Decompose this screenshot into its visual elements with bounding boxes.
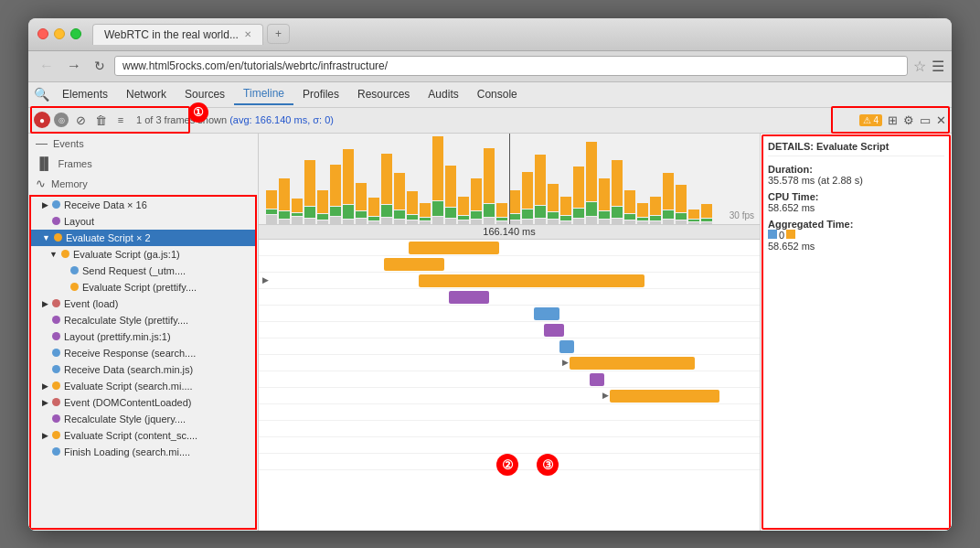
tree-item-receive-response[interactable]: ▶ Receive Response (search.... [31, 345, 255, 361]
devtools-tab-resources[interactable]: Resources [348, 84, 419, 104]
bar-gray [688, 222, 699, 224]
tree-item-layout-prettify[interactable]: ▶ Layout (prettify.min.js:1) [31, 328, 255, 345]
tree-item-recalculate[interactable]: ▶ Recalculate Style (prettify.... [31, 312, 255, 328]
chart-bar-group [612, 160, 623, 224]
tree-item-evaluate-script[interactable]: ▼ Evaluate Script × 2 [31, 230, 255, 246]
tree-item-receive-data[interactable]: ▶ Receive Data × 16 [31, 197, 255, 213]
gear-button[interactable]: ⚙ [903, 113, 914, 127]
bar-gray [496, 221, 507, 224]
bar-yellow [343, 149, 354, 204]
record-button[interactable]: ● [34, 112, 50, 128]
clear-button[interactable]: 🗑 [92, 112, 109, 128]
filter-stack-button[interactable]: ⊞ [888, 113, 898, 127]
devtools-tab-elements[interactable]: Elements [53, 84, 117, 104]
devtools-tab-profiles[interactable]: Profiles [293, 84, 348, 104]
track-row-6 [259, 322, 760, 338]
tree-item-receive-data-search[interactable]: ▶ Receive Data (search.min.js) [31, 361, 255, 378]
devtools-tab-timeline[interactable]: Timeline [234, 83, 293, 105]
refresh-button[interactable]: ↻ [91, 57, 109, 75]
url-input[interactable] [114, 56, 908, 76]
bar-gray [292, 217, 303, 224]
sidebar-item-memory[interactable]: ∿ Memory [28, 174, 258, 194]
avg-link[interactable]: (avg: 166.140 ms, σ: 0) [229, 114, 334, 125]
track-bar [409, 242, 499, 254]
bar-green [688, 220, 699, 221]
bar-green [573, 209, 584, 218]
color-indicator [52, 381, 60, 390]
close-button[interactable] [37, 28, 48, 39]
sidebar-item-events[interactable]: — Events [28, 134, 258, 154]
track-row-11 [259, 404, 760, 421]
expand-icon: ▼ [49, 250, 58, 259]
expand-icon: ▶ [42, 200, 48, 210]
agg-time-value: 58.652 ms [768, 241, 944, 252]
bar-green [599, 211, 610, 219]
bar-gray [304, 219, 315, 224]
agg-squares: 0 [768, 230, 795, 241]
forward-button[interactable]: → [63, 56, 85, 76]
tree-container: ▶ Receive Data × 16 ▶ Layout ▼ Evaluate … [29, 195, 257, 530]
track-row-13 [259, 437, 760, 454]
minimize-button[interactable] [54, 28, 65, 39]
bar-gray [381, 218, 392, 224]
track-bar [590, 373, 604, 386]
color-indicator [70, 283, 79, 291]
timeline-tracks: ▶ [259, 240, 760, 531]
item-label: Layout [64, 216, 94, 227]
tree-item-send-request[interactable]: ▶ Send Request (_utm.... [31, 263, 255, 279]
color-indicator [52, 299, 60, 307]
bookmark-icon[interactable]: ☆ [913, 58, 926, 75]
tree-item-layout[interactable]: ▶ Layout [31, 213, 255, 230]
devtools-tab-audits[interactable]: Audits [419, 84, 467, 104]
chart-bar-group [548, 184, 559, 224]
devtools-close-button[interactable]: ✕ [936, 113, 946, 127]
browser-tab[interactable]: WebRTC in the real world... ✕ [92, 24, 263, 45]
bar-green [368, 217, 379, 220]
item-label: Evaluate Script (ga.js:1) [73, 249, 180, 260]
bar-green [586, 202, 597, 216]
tree-item-finish-loading[interactable]: ▶ Finish Loading (search.mi.... [31, 444, 255, 460]
bar-green [420, 218, 431, 220]
tab-close-icon[interactable]: ✕ [244, 29, 251, 39]
tree-item-dom-content-loaded[interactable]: ▶ Event (DOMContentLoaded) [31, 394, 255, 411]
bar-green [304, 207, 315, 218]
devtools-tab-sources[interactable]: Sources [176, 84, 234, 104]
bar-yellow [445, 166, 456, 207]
tree-item-recalculate-jquery[interactable]: ▶ Recalculate Style (jquery.... [31, 411, 255, 427]
cpu-label: CPU Time: [768, 191, 944, 202]
track-row-12 [259, 421, 760, 437]
devtools-tab-network[interactable]: Network [117, 84, 176, 104]
bar-gray [445, 219, 456, 224]
track-row-3: ▶ [259, 273, 760, 289]
tree-item-evaluate-script-ga[interactable]: ▼ Evaluate Script (ga.js:1) [31, 246, 255, 263]
stop-button[interactable]: ◎ [54, 113, 69, 127]
tree-item-evaluate-content[interactable]: ▶ Evaluate Script (content_sc.... [31, 427, 255, 444]
chart-bar-group [560, 197, 571, 224]
sidebar-label-memory: Memory [51, 178, 88, 189]
bar-gray [650, 221, 661, 224]
settings-lines-button[interactable]: ≡ [112, 112, 129, 128]
chart-bar-group [663, 173, 674, 224]
back-button[interactable]: ← [36, 56, 58, 76]
maximize-button[interactable] [70, 28, 81, 39]
bar-yellow [266, 190, 277, 209]
details-row-duration: Duration: 35.578 ms (at 2.88 s) [768, 164, 944, 186]
tree-item-event-load[interactable]: ▶ Event (load) [31, 295, 255, 312]
track-row-5 [259, 306, 760, 322]
filter-button[interactable]: ⊘ [72, 112, 89, 128]
menu-icon[interactable]: ☰ [932, 58, 944, 75]
tree-item-evaluate-script-prettify[interactable]: ▶ Evaluate Script (prettify.... [31, 279, 255, 295]
sidebar-item-frames[interactable]: ▐▌ Frames [28, 154, 258, 174]
new-tab-button[interactable]: + [267, 24, 290, 44]
traffic-lights [37, 28, 81, 39]
agg-zero: 0 [779, 230, 784, 241]
item-label: Event (load) [64, 298, 118, 309]
duration-value: 35.578 ms (at 2.88 s) [768, 175, 944, 186]
layout-button[interactable]: ▭ [920, 113, 931, 127]
bar-yellow [573, 167, 584, 208]
devtools-tab-console[interactable]: Console [468, 84, 527, 104]
bar-gray [343, 220, 354, 224]
tree-item-evaluate-search[interactable]: ▶ Evaluate Script (search.mi.... [31, 378, 255, 394]
bar-yellow [548, 184, 559, 211]
bar-gray [279, 220, 290, 224]
